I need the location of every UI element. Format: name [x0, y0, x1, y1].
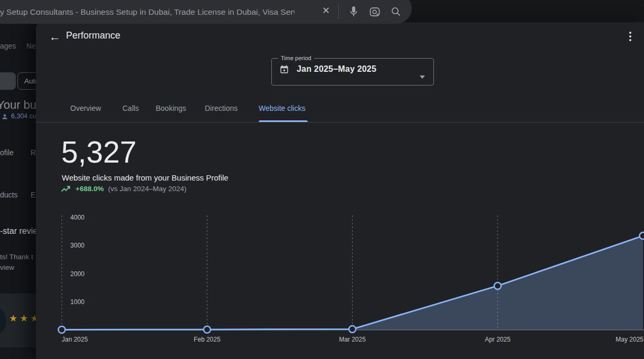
kebab-menu-icon[interactable] [624, 29, 637, 44]
data-point [494, 282, 501, 289]
customers-icon [1, 113, 8, 120]
lens-icon[interactable] [368, 5, 381, 18]
data-point [640, 232, 644, 239]
bg-action-button[interactable]: E [31, 191, 35, 199]
bg-nav-tab[interactable]: Ne [26, 42, 36, 50]
bg-action-button[interactable]: ducts [0, 191, 17, 199]
x-tick-label: Jan 2025 [62, 336, 88, 343]
x-tick-label: Apr 2025 [485, 336, 510, 343]
bg-action-button[interactable]: ofile [0, 148, 14, 157]
bg-review-card-text: view [0, 263, 14, 271]
tab-calls[interactable]: Calls [122, 104, 139, 112]
y-tick-label: 2000 [70, 270, 84, 278]
bg-filter-chip[interactable] [0, 72, 16, 90]
tab-directions[interactable]: Directions [205, 104, 238, 112]
bg-action-button[interactable]: R [31, 148, 36, 157]
x-tick-label: Feb 2025 [194, 336, 221, 343]
performance-panel: ← Performance Time period Jan 2025–May 2… [36, 22, 644, 359]
data-point [204, 326, 211, 333]
y-tick-label: 3000 [70, 242, 84, 249]
time-period-selector[interactable]: Time period Jan 2025–May 2025 [271, 55, 434, 86]
x-tick-label: May 2025 [615, 336, 643, 343]
chevron-down-icon [420, 75, 425, 79]
trending-up-icon [61, 185, 71, 193]
time-period-value: Jan 2025–May 2025 [297, 64, 376, 74]
divider [338, 4, 339, 19]
trend-row: +688.0% (vs Jan 2024–May 2024) [61, 185, 186, 193]
calendar-icon [279, 64, 289, 74]
search-input[interactable]: y Setup Consultants - Business Setup in … [0, 0, 412, 24]
avatar [0, 306, 6, 336]
bg-review-card-title: -star revie [0, 226, 37, 236]
website-clicks-chart[interactable]: 1000200030004000Jan 2025Feb 2025Mar 2025… [36, 211, 644, 349]
back-button[interactable]: ← [45, 27, 64, 46]
page-title: Performance [66, 30, 120, 41]
tab-bookings[interactable]: Bookings [156, 104, 186, 112]
data-point [349, 326, 356, 333]
x-tick-label: Mar 2025 [339, 336, 366, 343]
divider [36, 122, 644, 122]
trend-comparison: (vs Jan 2024–May 2024) [108, 185, 187, 193]
data-point [59, 326, 65, 333]
close-icon[interactable]: ✕ [322, 5, 330, 16]
bg-review-card-text: ts! Thank t [0, 253, 33, 261]
search-query-text: y Setup Consultants - Business Setup in … [0, 7, 295, 17]
microphone-icon[interactable] [347, 5, 360, 18]
y-tick-label: 1000 [70, 298, 84, 306]
metric-value: 5,327 [61, 135, 137, 169]
bg-nav-tab[interactable]: ages [0, 42, 16, 50]
search-icon[interactable] [390, 5, 402, 18]
tab-website-clicks[interactable]: Website clicks [259, 104, 305, 112]
screen: ages Ne Auto Your bus 6,304 cust ofile R… [0, 0, 644, 359]
y-tick-label: 4000 [70, 214, 84, 221]
tab-overview[interactable]: Overview [70, 104, 101, 112]
time-period-label: Time period [278, 55, 314, 61]
trend-change: +688.0% [75, 185, 104, 193]
metric-description: Website clicks made from your Business P… [62, 173, 229, 182]
